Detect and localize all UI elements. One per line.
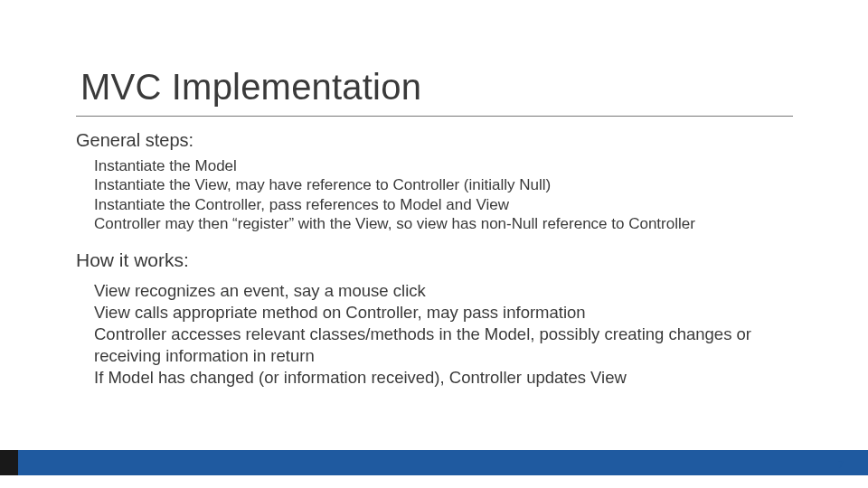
list-item: Instantiate the Controller, pass referen…	[94, 195, 799, 214]
list-item: Instantiate the Model	[94, 156, 799, 175]
footer-accent-blue	[18, 450, 868, 475]
list-item: Instantiate the View, may have reference…	[94, 175, 799, 194]
title-underline	[76, 116, 793, 117]
list-item: Controller may then “register” with the …	[94, 214, 799, 233]
list-item: Controller accesses relevant classes/met…	[94, 324, 799, 367]
footer-bar	[0, 450, 868, 475]
slide-title: MVC Implementation	[80, 67, 421, 108]
list-general-steps: Instantiate the Model Instantiate the Vi…	[94, 156, 799, 233]
section-label-general-steps: General steps:	[76, 130, 799, 151]
list-item: View calls appropriate method on Control…	[94, 302, 799, 324]
footer-accent-dark	[0, 450, 18, 475]
list-how-it-works: View recognizes an event, say a mouse cl…	[94, 280, 799, 389]
page-number: 7	[838, 459, 844, 470]
slide: MVC Implementation General steps: Instan…	[0, 0, 868, 488]
section-label-how-it-works: How it works:	[76, 249, 799, 271]
list-item: If Model has changed (or information rec…	[94, 367, 799, 389]
slide-body: General steps: Instantiate the Model Ins…	[76, 130, 799, 389]
list-item: View recognizes an event, say a mouse cl…	[94, 280, 799, 302]
